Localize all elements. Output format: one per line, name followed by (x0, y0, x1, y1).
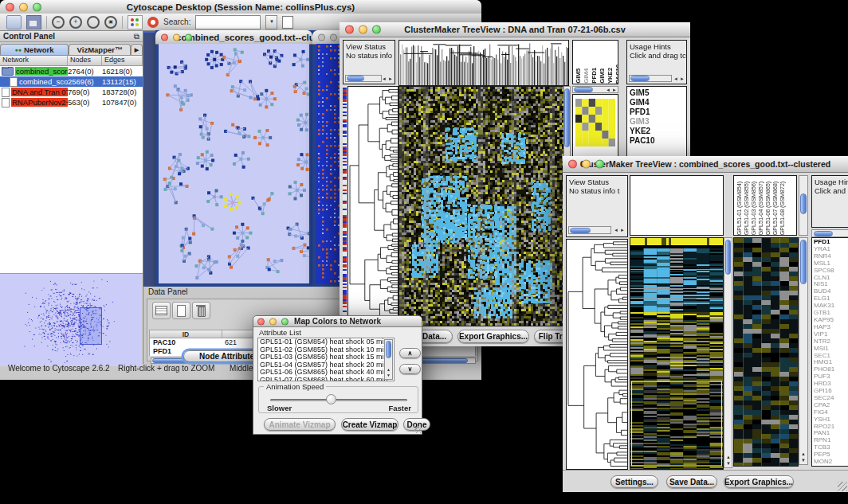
zoom-heatmap-canvas[interactable] (733, 237, 799, 467)
tab-overflow-button[interactable]: ▶ (131, 44, 143, 55)
save-data-button[interactable]: Save Data... (666, 475, 717, 488)
export-graphics-button[interactable]: Export Graphics... (457, 330, 529, 343)
tab-vizmapper[interactable]: VizMapper™ (69, 44, 131, 55)
main-title-bar[interactable]: Cytoscape Desktop (Session Name: collins… (0, 0, 481, 14)
zoom-selected-icon[interactable] (87, 16, 100, 29)
dialog-title-bar[interactable]: Map Colors to Network (253, 316, 422, 327)
scroll-left-icon[interactable]: ◄ (673, 76, 678, 81)
gene-label[interactable]: PFD1 (630, 107, 686, 117)
minimize-button[interactable] (173, 33, 180, 41)
zoom-in-icon[interactable]: + (69, 16, 82, 29)
zoom-button[interactable] (372, 25, 381, 34)
search-dropdown-button[interactable]: ▼ (265, 15, 277, 29)
save-icon[interactable] (26, 15, 41, 29)
animation-speed-slider[interactable] (270, 399, 407, 401)
resize-grip[interactable] (414, 426, 421, 433)
attribute-item[interactable]: GPL51-07 (GSM868) heat shock 60 min (258, 377, 394, 381)
network-overview-canvas[interactable] (0, 274, 142, 366)
select-attributes-icon[interactable] (152, 302, 171, 319)
zoom-heatmap-canvas[interactable] (575, 99, 615, 147)
scroll-down-icon[interactable]: ▼ (801, 458, 806, 463)
network-row-combined-scores[interactable]: combined_scores 2764(0) 16218(0) (0, 66, 143, 76)
scroll-down-icon[interactable]: ▼ (726, 461, 731, 466)
row-dendrogram-canvas[interactable] (347, 86, 398, 326)
move-down-button[interactable]: ∨ (399, 364, 421, 374)
tab-network[interactable]: ●● Network (0, 44, 69, 55)
scroll-right-icon[interactable]: ► (620, 228, 625, 232)
float-panel-icon[interactable]: ⧉ (134, 32, 139, 41)
minimize-button[interactable] (359, 25, 367, 34)
settings-button[interactable]: Settings... (610, 475, 658, 488)
gene-label[interactable]: GIM3 (630, 117, 686, 127)
network-row-selected[interactable]: combined_sco 2569(6) 13112(15) (0, 76, 143, 87)
scroll-right-icon[interactable]: ► (680, 76, 685, 81)
network-row-dna-tran[interactable]: DNA and Tran 07 769(0) 183728(0) (0, 87, 143, 97)
delete-attribute-icon[interactable] (192, 302, 210, 319)
help-lifesaver-icon[interactable] (147, 17, 159, 28)
minimize-button[interactable] (582, 160, 591, 169)
zoom-v-scrollbar[interactable]: ▲ ▼ (799, 237, 808, 465)
attribute-list-scrollbar[interactable]: ▲ ▼ (384, 339, 393, 380)
close-button[interactable] (6, 2, 14, 11)
zoom-fit-icon[interactable]: ▣ (104, 16, 117, 29)
treeview2-title-bar[interactable]: ClusterMaker TreeView : combined_scores_… (563, 156, 848, 173)
resize-grip[interactable] (838, 482, 847, 491)
zoom-button[interactable] (33, 2, 41, 11)
scroll-up-icon[interactable]: ▲ (387, 367, 391, 372)
close-button[interactable] (345, 25, 354, 34)
scroll-right-icon[interactable]: ► (388, 76, 393, 81)
network-list-empty-area[interactable] (0, 107, 143, 274)
export-graphics-button[interactable]: Export Graphics... (724, 475, 794, 488)
array-label-scrollbar[interactable] (799, 175, 808, 236)
heatmap-canvas[interactable] (630, 237, 724, 470)
usage-hints-scrollbar[interactable] (629, 75, 672, 82)
close-button[interactable] (568, 160, 577, 169)
attribute-list[interactable]: GPL51-01 (GSM854) heat shock 05 minGPL51… (257, 338, 395, 381)
open-file-icon[interactable] (6, 15, 22, 29)
minimize-button[interactable] (19, 2, 28, 11)
scroll-left-icon[interactable]: ◄ (382, 76, 387, 81)
annotation-icon[interactable] (282, 16, 293, 29)
vizmapper-icon[interactable] (128, 15, 143, 29)
minimize-button[interactable] (330, 33, 337, 41)
scroll-right-icon[interactable]: ► (612, 88, 617, 92)
scroll-left-icon[interactable]: ◄ (606, 88, 610, 92)
treeview1-title-bar[interactable]: ClusterMaker TreeView : DNA and Tran 07-… (340, 22, 690, 37)
slider-thumb[interactable] (326, 394, 336, 404)
network-row-rnapuber[interactable]: RNAPuberNov2+ 563(0) 107847(0) (0, 97, 143, 107)
animate-vizmap-button[interactable]: Animate Vizmap (264, 418, 336, 431)
scroll-up-icon[interactable]: ▲ (801, 451, 806, 456)
gene-label[interactable]: PAC10 (630, 136, 686, 146)
network-table-header[interactable]: Network Nodes Edges (0, 56, 143, 66)
zoom-button[interactable] (185, 33, 192, 41)
scroll-left-icon[interactable]: ◄ (614, 228, 618, 232)
create-vizmap-button[interactable]: Create Vizmap (341, 418, 398, 431)
gene-label[interactable]: MON2 (814, 459, 848, 466)
heatmap-v-scrollbar[interactable]: ▲ ▼ (724, 237, 732, 468)
close-button[interactable] (257, 318, 265, 325)
zoom-button[interactable] (281, 318, 289, 325)
network-view-title-bar[interactable]: combined_scores_good.txt--cluste... (155, 30, 312, 45)
zoom-out-icon[interactable]: − (52, 16, 65, 29)
move-up-button[interactable]: ∧ (399, 348, 421, 358)
gene-label[interactable]: GIM4 (630, 98, 686, 107)
view-status-scrollbar[interactable] (568, 226, 611, 234)
minimize-button[interactable] (269, 318, 277, 325)
zoom-button[interactable] (595, 160, 604, 169)
create-attribute-icon[interactable] (172, 302, 190, 319)
column-dendrogram-area[interactable] (630, 175, 724, 236)
network-canvas[interactable] (159, 44, 309, 283)
scroll-down-icon[interactable]: ▼ (387, 373, 391, 377)
gene-label[interactable]: YKE2 (630, 127, 686, 136)
close-button[interactable] (161, 33, 168, 41)
search-input[interactable] (195, 15, 261, 29)
heatmap-canvas[interactable] (398, 86, 564, 326)
gene-label[interactable]: GIM5 (630, 88, 686, 98)
view-status-scrollbar[interactable] (345, 75, 382, 82)
zoom-h-scrollbar[interactable]: ◄ ► (572, 86, 618, 93)
column-dendrogram-canvas[interactable] (398, 40, 569, 86)
row-dendrogram-canvas[interactable] (566, 239, 628, 470)
usage-hints-scrollbar[interactable] (811, 229, 848, 237)
close-button[interactable] (318, 33, 325, 41)
network-view-window[interactable]: combined_scores_good.txt--cluste... (155, 30, 312, 287)
